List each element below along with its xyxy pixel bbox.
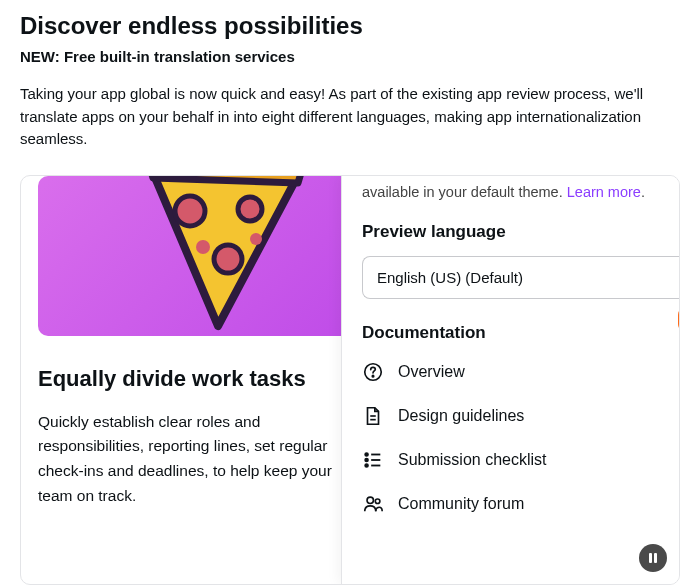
period: . bbox=[641, 184, 645, 200]
page-description: Taking your app global is now quick and … bbox=[20, 83, 680, 151]
svg-rect-17 bbox=[649, 553, 652, 563]
svg-point-16 bbox=[375, 498, 380, 503]
svg-point-11 bbox=[365, 464, 368, 467]
demo-right-panel: available in your default theme. Learn m… bbox=[341, 176, 679, 584]
pizza-icon bbox=[138, 176, 318, 331]
pizza-illustration bbox=[38, 176, 341, 336]
pause-icon bbox=[648, 552, 658, 564]
preview-language-label: Preview language bbox=[362, 222, 679, 242]
doc-item-overview[interactable]: Overview bbox=[362, 361, 679, 383]
doc-item-design[interactable]: Design guidelines bbox=[362, 405, 679, 427]
doc-item-label: Submission checklist bbox=[398, 451, 547, 469]
doc-item-label: Overview bbox=[398, 363, 465, 381]
people-icon bbox=[362, 493, 384, 515]
doc-item-community[interactable]: Community forum bbox=[362, 493, 679, 515]
theme-info-text: available in your default theme. Learn m… bbox=[362, 184, 679, 200]
svg-point-10 bbox=[365, 458, 368, 461]
svg-point-15 bbox=[367, 497, 373, 503]
svg-point-3 bbox=[196, 240, 210, 254]
doc-item-label: Design guidelines bbox=[398, 407, 524, 425]
svg-point-4 bbox=[250, 233, 262, 245]
demo-container: Equally divide work tasks Quickly establ… bbox=[20, 175, 680, 585]
document-icon bbox=[362, 405, 384, 427]
svg-point-9 bbox=[365, 453, 368, 456]
pause-button[interactable] bbox=[639, 544, 667, 572]
svg-point-1 bbox=[238, 197, 262, 221]
doc-item-checklist[interactable]: Submission checklist bbox=[362, 449, 679, 471]
documentation-label: Documentation bbox=[362, 323, 679, 343]
svg-point-6 bbox=[372, 375, 373, 376]
learn-more-link[interactable]: Learn more bbox=[567, 184, 641, 200]
demo-heading: Equally divide work tasks bbox=[38, 366, 341, 392]
svg-point-2 bbox=[214, 245, 242, 273]
svg-rect-18 bbox=[654, 553, 657, 563]
language-select-value: English (US) (Default) bbox=[377, 269, 523, 286]
doc-item-label: Community forum bbox=[398, 495, 524, 513]
theme-text-fragment: available in your default theme. bbox=[362, 184, 567, 200]
svg-point-0 bbox=[175, 196, 205, 226]
question-circle-icon bbox=[362, 361, 384, 383]
page-subtitle: NEW: Free built-in translation services bbox=[20, 48, 680, 65]
demo-body-text: Quickly establish clear roles and respon… bbox=[38, 410, 341, 509]
documentation-list: Overview Design guidelines bbox=[362, 361, 679, 515]
language-select[interactable]: English (US) (Default) Alex bbox=[362, 256, 679, 299]
checklist-icon bbox=[362, 449, 384, 471]
demo-left-panel: Equally divide work tasks Quickly establ… bbox=[21, 176, 341, 584]
page-title: Discover endless possibilities bbox=[20, 12, 680, 40]
